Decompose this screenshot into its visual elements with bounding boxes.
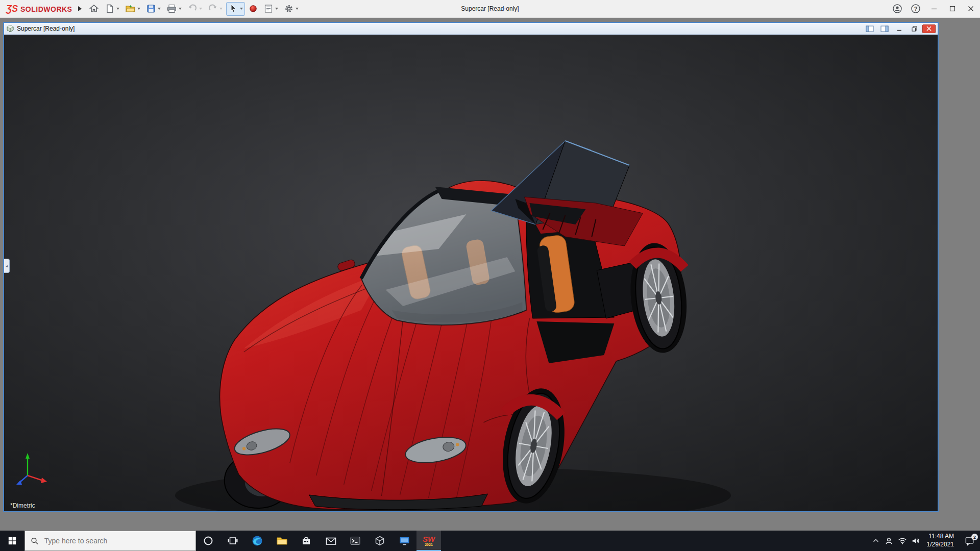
child-restore-button[interactable] [908, 24, 921, 33]
undo-button[interactable] [185, 2, 204, 16]
save-button[interactable] [144, 2, 163, 16]
macro-record-button[interactable] [247, 2, 260, 16]
document-window: Supercar [Read-only] [3, 22, 939, 512]
chevron-down-icon[interactable] [296, 8, 299, 10]
tray-people-button[interactable] [883, 531, 896, 551]
app-document-title: Supercar [Read-only] [461, 5, 519, 12]
minimize-button[interactable] [925, 0, 943, 18]
taskbar-item-file-explorer[interactable] [270, 531, 294, 551]
taskbar-item-3d-viewer[interactable] [368, 531, 392, 551]
taskbar-item-remote-monitor[interactable] [392, 531, 416, 551]
redo-icon [208, 4, 218, 14]
orientation-triad[interactable] [10, 449, 52, 491]
window-pane-button-2[interactable] [878, 24, 891, 33]
open-button[interactable] [123, 2, 142, 16]
document-window-titlebar[interactable]: Supercar [Read-only] [4, 23, 938, 35]
edge-icon [251, 535, 263, 547]
network-button[interactable] [896, 531, 909, 551]
chevron-down-icon[interactable] [158, 8, 161, 10]
svg-text:?: ? [914, 6, 918, 12]
windows-taskbar: SW 2021 [0, 531, 980, 551]
start-button[interactable] [0, 531, 24, 551]
app-window-controls: ? [888, 0, 980, 17]
open-folder-icon [125, 4, 136, 14]
windows-logo-icon [8, 536, 17, 545]
view-orientation-label: *Dimetric [10, 502, 35, 509]
toolbar-expand-arrow-icon[interactable] [78, 6, 82, 11]
restore-icon [912, 26, 917, 32]
undo-icon [187, 4, 198, 14]
taskbar-item-cortana[interactable] [196, 531, 220, 551]
ds-logo-icon: ƷS [6, 4, 18, 14]
taskbar-item-store[interactable] [294, 531, 318, 551]
cortana-icon [203, 535, 214, 546]
taskbar-clock[interactable]: 11:48 AM 1/29/2021 [922, 531, 959, 551]
taskbar-item-edge[interactable] [245, 531, 270, 551]
macro-record-sphere-icon [249, 4, 258, 13]
select-tool-button[interactable] [226, 2, 245, 16]
part-document-icon [6, 24, 14, 33]
chevron-down-icon[interactable] [275, 8, 278, 10]
quick-access-toolbar [87, 2, 301, 16]
brand-name: SOLIDWORKS [20, 5, 72, 13]
graphics-viewport[interactable]: *Dimetric [4, 35, 938, 511]
child-minimize-button[interactable] [893, 24, 906, 33]
search-input[interactable] [43, 536, 190, 545]
monitor-icon [399, 536, 410, 546]
chevron-down-icon[interactable] [179, 8, 182, 10]
child-close-button[interactable] [922, 24, 936, 33]
chevron-down-icon[interactable] [240, 8, 243, 10]
solidworks-logo: ƷS SOLIDWORKS [0, 4, 76, 14]
chevron-down-icon[interactable] [116, 8, 119, 10]
clock-date: 1/29/2021 [927, 541, 954, 549]
chevron-down-icon[interactable] [199, 8, 202, 10]
account-button[interactable] [888, 0, 906, 18]
document-properties-button[interactable] [261, 2, 280, 16]
select-cursor-icon [228, 4, 238, 14]
close-button[interactable] [962, 0, 980, 18]
taskbar-item-task-view[interactable] [220, 531, 245, 551]
maximize-button[interactable] [943, 0, 962, 18]
window-pane-button-1[interactable] [863, 24, 876, 33]
new-document-button[interactable] [103, 2, 121, 16]
solidworks-taskbar-icon: SW [423, 535, 435, 543]
print-icon [166, 4, 177, 14]
document-properties-icon [263, 4, 274, 14]
window-pane-icon [880, 26, 889, 32]
file-explorer-icon [276, 536, 288, 546]
close-icon [968, 6, 974, 12]
new-document-icon [105, 4, 115, 14]
redo-button[interactable] [206, 2, 225, 16]
taskbar-item-terminal[interactable] [343, 531, 368, 551]
speaker-icon [911, 537, 920, 545]
save-icon [146, 4, 156, 14]
home-icon [89, 4, 99, 14]
chevron-up-icon [872, 537, 879, 544]
taskpane-collapse-handle[interactable]: ◂ [4, 259, 10, 273]
taskbar-search[interactable] [24, 531, 196, 551]
chevron-down-icon[interactable] [137, 8, 140, 10]
people-icon [885, 537, 893, 545]
document-window-controls [863, 24, 936, 33]
chevron-down-icon[interactable] [219, 8, 223, 10]
supercar-3d-model [4, 35, 938, 511]
wifi-icon [898, 537, 907, 545]
close-icon [926, 26, 932, 31]
help-button[interactable]: ? [906, 0, 925, 18]
gear-icon [284, 4, 294, 14]
hidden-icons-button[interactable] [869, 531, 883, 551]
volume-button[interactable] [909, 531, 922, 551]
home-button[interactable] [87, 2, 101, 16]
app-titlebar: ƷS SOLIDWORKS [0, 0, 980, 18]
minimize-icon [897, 26, 902, 32]
minimize-icon [931, 6, 937, 12]
notification-badge: 2 [971, 534, 978, 540]
window-pane-icon [866, 26, 874, 32]
action-center-button[interactable]: 2 [959, 531, 980, 551]
mail-icon [325, 536, 337, 546]
options-button[interactable] [282, 2, 301, 16]
print-button[interactable] [164, 2, 184, 16]
taskbar-item-mail[interactable] [318, 531, 343, 551]
search-icon [31, 537, 39, 545]
taskbar-item-solidworks[interactable]: SW 2021 [416, 531, 441, 551]
